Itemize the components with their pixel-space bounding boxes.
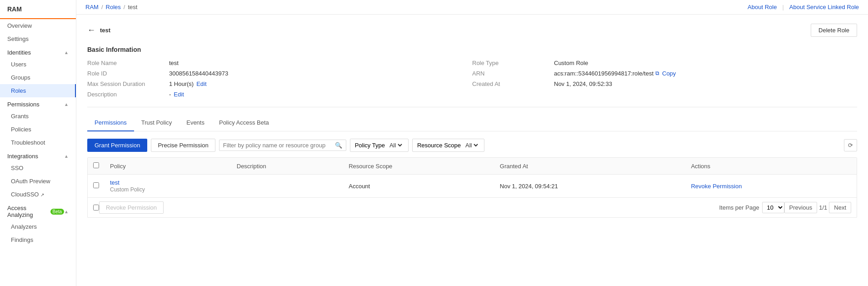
- tab-permissions[interactable]: Permissions: [87, 115, 134, 131]
- sidebar-item-analyzers[interactable]: Analyzers: [0, 220, 76, 233]
- description-row: Description - Edit: [87, 91, 472, 98]
- top-links: About Role | About Service Linked Role: [748, 4, 859, 10]
- info-grid: Role Name test Role ID 30085615844044397…: [87, 60, 857, 98]
- page-info: 1/1: [819, 204, 827, 211]
- policy-type-filter[interactable]: Policy Type All: [350, 139, 409, 152]
- bottom-actions: Revoke Permission Items per Page 10 20 5…: [88, 197, 857, 217]
- created-at-value: Nov 1, 2024, 09:52:33: [554, 80, 612, 87]
- resource-scope-select[interactable]: All: [464, 141, 479, 149]
- items-per-page-label: Items per Page: [719, 204, 759, 211]
- sidebar-item-troubleshoot[interactable]: Troubleshoot: [0, 136, 76, 149]
- search-box: 🔍: [219, 140, 346, 151]
- sidebar-item-sso[interactable]: SSO: [0, 161, 76, 175]
- sidebar-item-roles[interactable]: Roles: [0, 84, 76, 97]
- precise-permission-button[interactable]: Precise Permission: [151, 139, 215, 152]
- sidebar-item-grants[interactable]: Grants: [0, 110, 76, 123]
- chevron-up-icon: ▲: [64, 102, 69, 107]
- policy-name-link[interactable]: test: [110, 179, 120, 186]
- th-checkbox: [88, 158, 105, 175]
- role-id-value: 300856158440443973: [169, 70, 228, 77]
- breadcrumb-ram[interactable]: RAM: [85, 4, 99, 10]
- revoke-permission-link[interactable]: Revoke Permission: [691, 183, 742, 190]
- sidebar: RAM Overview Settings Identities ▲ Users…: [0, 0, 76, 286]
- max-session-edit[interactable]: Edit: [196, 80, 206, 87]
- main-content: RAM / Roles / test About Role | About Se…: [76, 0, 868, 286]
- th-policy: Policy: [105, 158, 231, 175]
- arn-copy-link[interactable]: Copy: [662, 70, 676, 77]
- th-description: Description: [231, 158, 343, 175]
- tab-policy-access-beta[interactable]: Policy Access Beta: [212, 115, 276, 131]
- max-session-value: 1 Hour(s): [169, 80, 194, 87]
- permissions-table: Policy Description Resource Scope Grante…: [87, 157, 857, 218]
- search-icon[interactable]: 🔍: [335, 142, 342, 149]
- breadcrumb-roles[interactable]: Roles: [106, 4, 121, 10]
- table-row: test Custom Policy Account: [88, 175, 857, 198]
- table-body: test Custom Policy Account: [88, 175, 857, 198]
- max-session-row: Max Session Duration 1 Hour(s) Edit: [87, 80, 472, 87]
- resource-scope-label: Resource Scope: [417, 142, 461, 149]
- revoke-permission-button[interactable]: Revoke Permission: [99, 201, 164, 214]
- th-actions: Actions: [685, 158, 857, 175]
- page-content: ← test Delete Role Basic Information Rol…: [76, 15, 868, 286]
- chevron-up-icon: ▲: [64, 209, 69, 214]
- description-value: -: [169, 91, 171, 98]
- grant-permission-button[interactable]: Grant Permission: [87, 139, 147, 152]
- sidebar-section-identities[interactable]: Identities ▲: [0, 45, 76, 58]
- sidebar-section-integrations[interactable]: Integrations ▲: [0, 149, 76, 161]
- sidebar-item-oauth-preview[interactable]: OAuth Preview: [0, 175, 76, 188]
- sidebar-section-access-analyzing[interactable]: Access Analyzing Beta ▲: [0, 201, 76, 220]
- info-col-left: Role Name test Role ID 30085615844044397…: [87, 60, 472, 98]
- arn-row: ARN acs:ram::5344601956994817:role/test …: [472, 70, 857, 77]
- breadcrumb-current: test: [128, 4, 137, 10]
- sidebar-section-permissions[interactable]: Permissions ▲: [0, 97, 76, 110]
- items-per-page: Items per Page 10 20 50: [719, 202, 784, 213]
- resource-scope-filter[interactable]: Resource Scope All: [412, 139, 484, 152]
- divider: [87, 107, 857, 107]
- back-arrow-icon[interactable]: ←: [87, 25, 95, 35]
- description-label: Description: [87, 91, 169, 98]
- chevron-up-icon: ▲: [64, 50, 69, 55]
- page-title: ← test: [87, 25, 110, 35]
- sidebar-item-overview[interactable]: Overview: [0, 19, 76, 32]
- items-per-page-select[interactable]: 10 20 50: [762, 202, 784, 213]
- page-title-row: ← test Delete Role: [87, 24, 857, 37]
- next-button[interactable]: Next: [829, 202, 851, 213]
- copy-icon[interactable]: ⧉: [655, 70, 659, 77]
- breadcrumb-sep-2: /: [124, 4, 125, 10]
- sidebar-item-settings[interactable]: Settings: [0, 32, 76, 45]
- sidebar-item-users[interactable]: Users: [0, 58, 76, 71]
- table-header-row: Policy Description Resource Scope Grante…: [88, 158, 857, 175]
- sidebar-item-policies[interactable]: Policies: [0, 123, 76, 136]
- about-service-linked-role-link[interactable]: About Service Linked Role: [789, 4, 859, 10]
- chevron-up-icon: ▲: [64, 154, 69, 159]
- row-granted-at-cell: Nov 1, 2024, 09:54:21: [494, 175, 686, 198]
- sidebar-item-groups[interactable]: Groups: [0, 71, 76, 84]
- tab-events[interactable]: Events: [179, 115, 212, 131]
- description-edit[interactable]: Edit: [174, 91, 184, 98]
- policy-type-value: Custom Policy: [110, 186, 145, 193]
- role-type-row: Role Type Custom Role: [472, 60, 857, 66]
- created-at-label: Created At: [472, 80, 554, 87]
- select-all-checkbox[interactable]: [93, 162, 99, 168]
- external-link-icon: ↗: [40, 192, 44, 197]
- row-checkbox[interactable]: [93, 182, 99, 188]
- th-resource-scope: Resource Scope: [343, 158, 494, 175]
- policy-type-select[interactable]: All: [388, 141, 404, 149]
- role-id-row: Role ID 300856158440443973: [87, 70, 472, 77]
- search-input[interactable]: [223, 142, 335, 149]
- arn-value: acs:ram::5344601956994817:role/test: [554, 70, 653, 77]
- role-name-value: test: [169, 60, 179, 66]
- sidebar-item-findings[interactable]: Findings: [0, 233, 76, 246]
- tab-trust-policy[interactable]: Trust Policy: [134, 115, 179, 131]
- breadcrumb: RAM / Roles / test: [85, 4, 137, 10]
- bottom-checkbox[interactable]: [93, 205, 99, 211]
- info-col-right: Role Type Custom Role ARN acs:ram::53446…: [472, 60, 857, 98]
- page-title-text: test: [100, 27, 110, 34]
- about-role-link[interactable]: About Role: [748, 4, 777, 10]
- sidebar-item-cloudsso[interactable]: CloudSSO ↗: [0, 188, 76, 201]
- delete-role-button[interactable]: Delete Role: [811, 24, 857, 37]
- role-id-label: Role ID: [87, 70, 169, 77]
- previous-button[interactable]: Previous: [784, 202, 818, 213]
- sidebar-logo: RAM: [0, 0, 76, 19]
- refresh-button[interactable]: ⟳: [844, 139, 857, 151]
